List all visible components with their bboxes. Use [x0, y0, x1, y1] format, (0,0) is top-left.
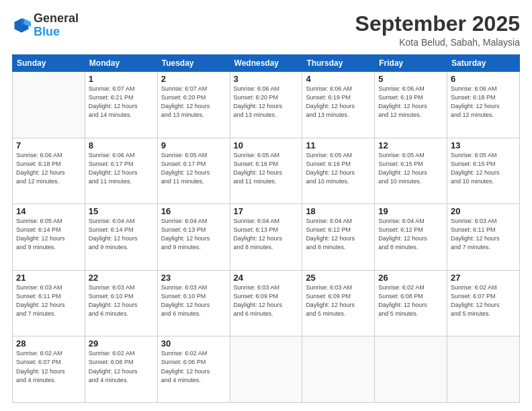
- calendar-cell: 2Sunrise: 6:07 AM Sunset: 6:20 PM Daylig…: [157, 72, 230, 138]
- day-info: Sunrise: 6:02 AM Sunset: 6:08 PM Dayligh…: [378, 283, 443, 318]
- header: General Blue September 2025 Kota Belud, …: [12, 12, 520, 48]
- title-block: September 2025 Kota Belud, Sabah, Malays…: [355, 12, 520, 48]
- calendar-cell: 11Sunrise: 6:05 AM Sunset: 6:16 PM Dayli…: [302, 138, 375, 204]
- day-number: 23: [161, 273, 226, 283]
- day-info: Sunrise: 6:03 AM Sunset: 6:09 PM Dayligh…: [306, 283, 371, 318]
- svg-marker-2: [21, 18, 24, 26]
- calendar-cell: [302, 336, 375, 403]
- col-tuesday: Tuesday: [157, 55, 230, 72]
- day-info: Sunrise: 6:03 AM Sunset: 6:10 PM Dayligh…: [161, 283, 226, 318]
- day-info: Sunrise: 6:03 AM Sunset: 6:09 PM Dayligh…: [234, 283, 299, 318]
- calendar-cell: 26Sunrise: 6:02 AM Sunset: 6:08 PM Dayli…: [375, 270, 447, 336]
- day-number: 6: [451, 74, 516, 84]
- day-number: 24: [234, 273, 299, 283]
- calendar-week-4: 21Sunrise: 6:03 AM Sunset: 6:11 PM Dayli…: [13, 270, 520, 336]
- calendar-cell: 25Sunrise: 6:03 AM Sunset: 6:09 PM Dayli…: [302, 270, 375, 336]
- day-number: 8: [89, 140, 154, 150]
- logo-text: General Blue: [34, 12, 79, 39]
- day-info: Sunrise: 6:04 AM Sunset: 6:12 PM Dayligh…: [378, 217, 443, 252]
- month-title: September 2025: [355, 12, 520, 36]
- day-number: 16: [161, 206, 226, 216]
- calendar-cell: 3Sunrise: 6:06 AM Sunset: 6:20 PM Daylig…: [230, 72, 302, 138]
- col-monday: Monday: [85, 55, 157, 72]
- calendar-cell: [375, 336, 447, 403]
- day-info: Sunrise: 6:05 AM Sunset: 6:15 PM Dayligh…: [378, 151, 443, 186]
- calendar-cell: 23Sunrise: 6:03 AM Sunset: 6:10 PM Dayli…: [157, 270, 230, 336]
- calendar-week-2: 7Sunrise: 6:06 AM Sunset: 6:18 PM Daylig…: [13, 138, 520, 204]
- calendar-cell: 6Sunrise: 6:06 AM Sunset: 6:18 PM Daylig…: [447, 72, 520, 138]
- col-wednesday: Wednesday: [230, 55, 302, 72]
- day-number: 11: [306, 140, 371, 150]
- calendar-cell: 8Sunrise: 6:06 AM Sunset: 6:17 PM Daylig…: [85, 138, 157, 204]
- day-number: 19: [378, 206, 443, 216]
- calendar-cell: 18Sunrise: 6:04 AM Sunset: 6:12 PM Dayli…: [302, 204, 375, 271]
- day-number: 10: [234, 140, 299, 150]
- calendar-week-5: 28Sunrise: 6:02 AM Sunset: 6:07 PM Dayli…: [13, 336, 520, 403]
- day-number: 9: [161, 140, 226, 150]
- col-saturday: Saturday: [447, 55, 520, 72]
- day-number: 29: [89, 338, 154, 349]
- calendar-cell: 29Sunrise: 6:02 AM Sunset: 6:06 PM Dayli…: [85, 336, 157, 403]
- calendar-cell: 5Sunrise: 6:06 AM Sunset: 6:19 PM Daylig…: [375, 72, 447, 138]
- day-number: 17: [234, 206, 299, 216]
- calendar-cell: 9Sunrise: 6:05 AM Sunset: 6:17 PM Daylig…: [157, 138, 230, 204]
- location: Kota Belud, Sabah, Malaysia: [355, 37, 520, 48]
- day-number: 21: [16, 273, 81, 283]
- day-info: Sunrise: 6:05 AM Sunset: 6:15 PM Dayligh…: [451, 151, 516, 186]
- col-friday: Friday: [375, 55, 447, 72]
- day-info: Sunrise: 6:05 AM Sunset: 6:16 PM Dayligh…: [306, 151, 371, 186]
- calendar-cell: 15Sunrise: 6:04 AM Sunset: 6:14 PM Dayli…: [85, 204, 157, 271]
- calendar-cell: [230, 336, 302, 403]
- calendar-cell: 7Sunrise: 6:06 AM Sunset: 6:18 PM Daylig…: [13, 138, 85, 204]
- day-info: Sunrise: 6:04 AM Sunset: 6:13 PM Dayligh…: [161, 217, 226, 252]
- day-number: 20: [451, 206, 516, 216]
- calendar-cell: 21Sunrise: 6:03 AM Sunset: 6:11 PM Dayli…: [13, 270, 85, 336]
- day-number: 15: [89, 206, 154, 216]
- day-info: Sunrise: 6:06 AM Sunset: 6:19 PM Dayligh…: [306, 85, 371, 120]
- day-info: Sunrise: 6:06 AM Sunset: 6:17 PM Dayligh…: [89, 151, 154, 186]
- day-info: Sunrise: 6:03 AM Sunset: 6:11 PM Dayligh…: [16, 283, 81, 318]
- calendar-cell: 20Sunrise: 6:03 AM Sunset: 6:11 PM Dayli…: [447, 204, 520, 271]
- day-info: Sunrise: 6:07 AM Sunset: 6:21 PM Dayligh…: [89, 85, 154, 120]
- day-number: 22: [89, 273, 154, 283]
- day-number: 28: [16, 338, 81, 349]
- day-info: Sunrise: 6:05 AM Sunset: 6:14 PM Dayligh…: [16, 217, 81, 252]
- day-info: Sunrise: 6:04 AM Sunset: 6:14 PM Dayligh…: [89, 217, 154, 252]
- day-number: 12: [378, 140, 443, 150]
- day-number: 7: [16, 140, 81, 150]
- day-info: Sunrise: 6:05 AM Sunset: 6:17 PM Dayligh…: [161, 151, 226, 186]
- day-number: 26: [378, 273, 443, 283]
- calendar-week-1: 1Sunrise: 6:07 AM Sunset: 6:21 PM Daylig…: [13, 72, 520, 138]
- calendar-cell: 22Sunrise: 6:03 AM Sunset: 6:10 PM Dayli…: [85, 270, 157, 336]
- day-info: Sunrise: 6:02 AM Sunset: 6:07 PM Dayligh…: [16, 349, 81, 384]
- day-number: 14: [16, 206, 81, 216]
- day-number: 5: [378, 74, 443, 84]
- day-info: Sunrise: 6:03 AM Sunset: 6:10 PM Dayligh…: [89, 283, 154, 318]
- day-number: 25: [306, 273, 371, 283]
- calendar-cell: [447, 336, 520, 403]
- day-info: Sunrise: 6:04 AM Sunset: 6:13 PM Dayligh…: [234, 217, 299, 252]
- day-number: 2: [161, 74, 226, 84]
- logo-icon: [12, 16, 31, 35]
- calendar-cell: 4Sunrise: 6:06 AM Sunset: 6:19 PM Daylig…: [302, 72, 375, 138]
- logo-blue-text: Blue: [34, 25, 60, 38]
- calendar-cell: 13Sunrise: 6:05 AM Sunset: 6:15 PM Dayli…: [447, 138, 520, 204]
- col-sunday: Sunday: [13, 55, 85, 72]
- calendar-cell: 12Sunrise: 6:05 AM Sunset: 6:15 PM Dayli…: [375, 138, 447, 204]
- day-number: 13: [451, 140, 516, 150]
- day-info: Sunrise: 6:06 AM Sunset: 6:18 PM Dayligh…: [451, 85, 516, 120]
- day-info: Sunrise: 6:02 AM Sunset: 6:06 PM Dayligh…: [161, 349, 226, 384]
- calendar-cell: 28Sunrise: 6:02 AM Sunset: 6:07 PM Dayli…: [13, 336, 85, 403]
- day-number: 3: [234, 74, 299, 84]
- calendar-cell: 1Sunrise: 6:07 AM Sunset: 6:21 PM Daylig…: [85, 72, 157, 138]
- day-number: 30: [161, 338, 226, 349]
- day-number: 1: [89, 74, 154, 84]
- calendar-cell: 10Sunrise: 6:05 AM Sunset: 6:16 PM Dayli…: [230, 138, 302, 204]
- day-info: Sunrise: 6:03 AM Sunset: 6:11 PM Dayligh…: [451, 217, 516, 252]
- day-number: 4: [306, 74, 371, 84]
- page: General Blue September 2025 Kota Belud, …: [0, 0, 532, 411]
- logo-general-text: General: [34, 11, 79, 25]
- calendar-cell: 14Sunrise: 6:05 AM Sunset: 6:14 PM Dayli…: [13, 204, 85, 271]
- calendar-week-3: 14Sunrise: 6:05 AM Sunset: 6:14 PM Dayli…: [13, 204, 520, 271]
- day-info: Sunrise: 6:06 AM Sunset: 6:18 PM Dayligh…: [16, 151, 81, 186]
